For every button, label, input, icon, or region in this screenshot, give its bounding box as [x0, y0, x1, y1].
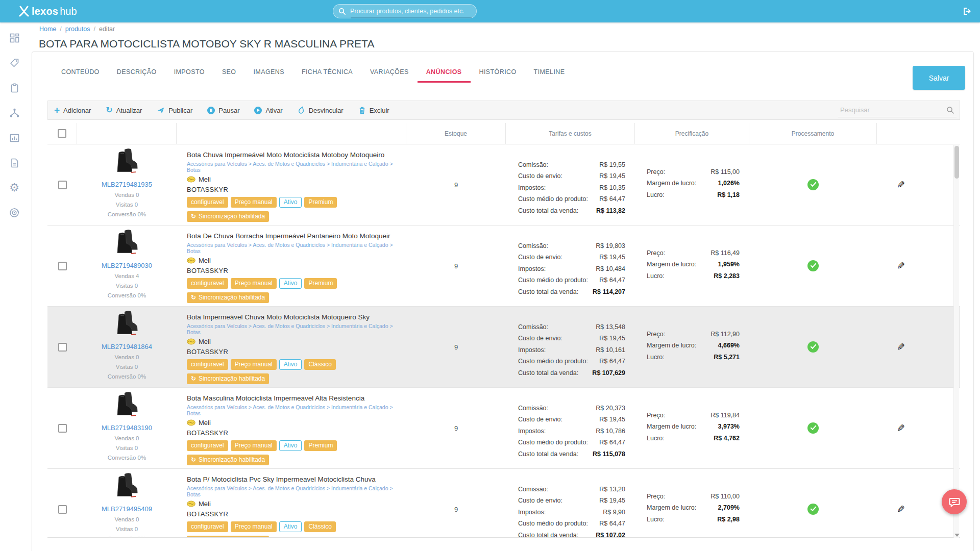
- tab-descricao[interactable]: DESCRIÇÃO: [108, 64, 165, 83]
- header-tarifas: Tarifas e custos: [506, 123, 635, 144]
- table-search-input[interactable]: [838, 104, 957, 117]
- table-search[interactable]: [838, 104, 957, 117]
- search-icon: [946, 106, 954, 114]
- chat-fab-button[interactable]: [942, 489, 967, 514]
- margem-label: Margem de lucro:: [647, 502, 696, 513]
- global-search[interactable]: [333, 4, 477, 18]
- scrollbar-thumb[interactable]: [954, 146, 959, 179]
- tab-anuncios[interactable]: ANÚNCIOS: [418, 64, 471, 83]
- tab-ficha-tecnica[interactable]: FICHA TÉCNICA: [293, 64, 361, 83]
- tab-imagens[interactable]: IMAGENS: [244, 64, 292, 83]
- refresh-button[interactable]: ↻ Atualizar: [106, 107, 142, 114]
- impostos-label: Impostos:: [518, 344, 546, 356]
- breadcrumb-produtos[interactable]: produtos: [65, 26, 90, 33]
- tab-variacoes[interactable]: VARIAÇÕES: [361, 64, 418, 83]
- tariffs-cell: Comissão:R$ 13,548 Custo de envio:R$ 19,…: [506, 307, 635, 387]
- delete-button[interactable]: Excluir: [358, 106, 389, 114]
- save-button[interactable]: Salvar: [913, 66, 965, 90]
- margem-label: Margem de lucro:: [647, 178, 696, 189]
- margem-value: 4,669%: [718, 340, 740, 351]
- sidebar-item-products[interactable]: [8, 57, 20, 69]
- listing-id-link[interactable]: MLB2719483190: [77, 424, 177, 432]
- badge-configuravel: configuravel: [187, 278, 228, 289]
- tab-imposto[interactable]: IMPOSTO: [165, 64, 213, 83]
- badge-preco-manual: Preço manual: [231, 440, 277, 451]
- row-checkbox[interactable]: [58, 424, 67, 433]
- boots-image: [112, 229, 142, 255]
- custo-envio-label: Custo de envio:: [518, 170, 562, 182]
- channel-label: Meli: [199, 419, 211, 427]
- row-checkbox[interactable]: [58, 181, 67, 189]
- badge-preco-manual: Preço manual: [231, 521, 277, 532]
- publish-button[interactable]: Publicar: [157, 106, 192, 114]
- row-checkbox[interactable]: [58, 262, 67, 270]
- listing-id-link[interactable]: MLB2719489030: [77, 262, 177, 269]
- sync-row: ↻ Sincronização habilitada: [187, 455, 406, 465]
- comissao-value: R$ 19,803: [596, 240, 625, 252]
- sidebar-item-orders[interactable]: [8, 82, 20, 94]
- row-checkbox[interactable]: [58, 505, 67, 514]
- tab-historico[interactable]: HISTÓRICO: [471, 64, 525, 83]
- custo-envio-value: R$ 19,45: [599, 170, 625, 182]
- unlink-button[interactable]: Desvincular: [298, 106, 344, 114]
- impostos-value: R$ 10,484: [596, 263, 625, 274]
- edit-pencil-icon[interactable]: ✎: [897, 422, 905, 434]
- global-search-input[interactable]: [350, 8, 471, 15]
- header-actions-col: [877, 123, 960, 144]
- check-circle-icon: [807, 179, 819, 190]
- select-all-checkbox[interactable]: [58, 129, 66, 138]
- chat-bubble-icon: [948, 496, 961, 508]
- breadcrumb-home[interactable]: Home: [39, 26, 56, 33]
- tab-conteudo[interactable]: CONTEÚDO: [53, 64, 108, 83]
- vertical-scrollbar[interactable]: [953, 145, 959, 538]
- product-thumbnail[interactable]: [112, 391, 142, 417]
- sidebar-item-dashboard[interactable]: [8, 32, 20, 44]
- boots-image: [112, 391, 142, 417]
- conversion-stat: Conversão 0%: [77, 536, 177, 538]
- edit-pencil-icon[interactable]: ✎: [897, 504, 905, 515]
- tab-timeline[interactable]: TIMELINE: [525, 64, 574, 83]
- product-thumbnail[interactable]: [112, 229, 142, 255]
- conversion-stat: Conversão 0%: [77, 211, 177, 217]
- sales-stat: Vendas 4: [77, 273, 177, 279]
- product-thumbnail[interactable]: [112, 310, 142, 336]
- meli-icon: [187, 176, 195, 183]
- custo-medio-value: R$ 64,47: [599, 193, 625, 205]
- scrollbar-down-arrow[interactable]: [954, 534, 960, 537]
- breadcrumb-separator: /: [93, 26, 95, 33]
- product-thumbnail[interactable]: [112, 147, 142, 174]
- edit-pencil-icon[interactable]: ✎: [897, 260, 905, 272]
- comissao-value: R$ 13,548: [596, 321, 625, 333]
- tab-seo[interactable]: SEO: [213, 64, 245, 83]
- margem-label: Margem de lucro:: [647, 340, 696, 351]
- badge-configuravel: configuravel: [187, 359, 228, 370]
- listing-id-link[interactable]: MLB2719481935: [77, 181, 177, 188]
- channel-label: Meli: [199, 338, 211, 345]
- sidebar-item-settings[interactable]: ⚙: [8, 182, 20, 194]
- sidebar-item-support[interactable]: [8, 207, 20, 219]
- impostos-label: Impostos:: [518, 182, 546, 193]
- comissao-label: Comissão:: [518, 159, 548, 170]
- activate-button[interactable]: Ativar: [254, 107, 282, 114]
- edit-pencil-icon[interactable]: ✎: [897, 341, 905, 353]
- sidebar-item-documents[interactable]: [8, 157, 20, 169]
- row-checkbox[interactable]: [58, 343, 67, 352]
- unlink-icon: [298, 106, 305, 114]
- lexos-hub-logo[interactable]: lexos hub: [18, 4, 77, 17]
- comissao-label: Comissão:: [518, 484, 548, 495]
- pause-button[interactable]: Pausar: [207, 107, 239, 114]
- edit-pencil-icon[interactable]: ✎: [897, 179, 905, 191]
- logout-button[interactable]: [962, 6, 972, 18]
- listing-id-link[interactable]: MLB2719495409: [77, 505, 177, 513]
- lucro-value: R$ 2,283: [714, 270, 740, 282]
- pricing-cell: Preço:R$ 119,84 Margem de lucro:3,973% L…: [635, 388, 749, 468]
- publish-button-label: Publicar: [168, 107, 192, 114]
- add-button[interactable]: + Adicionar: [54, 107, 91, 114]
- listing-id-link[interactable]: MLB2719481864: [77, 343, 177, 350]
- check-circle-icon: [807, 422, 819, 434]
- sidebar-item-reports[interactable]: [8, 132, 20, 144]
- stock-value: 9: [406, 226, 506, 306]
- product-thumbnail[interactable]: [112, 472, 142, 498]
- lucro-label: Lucro:: [647, 514, 665, 525]
- sidebar-item-integrations[interactable]: [8, 107, 20, 119]
